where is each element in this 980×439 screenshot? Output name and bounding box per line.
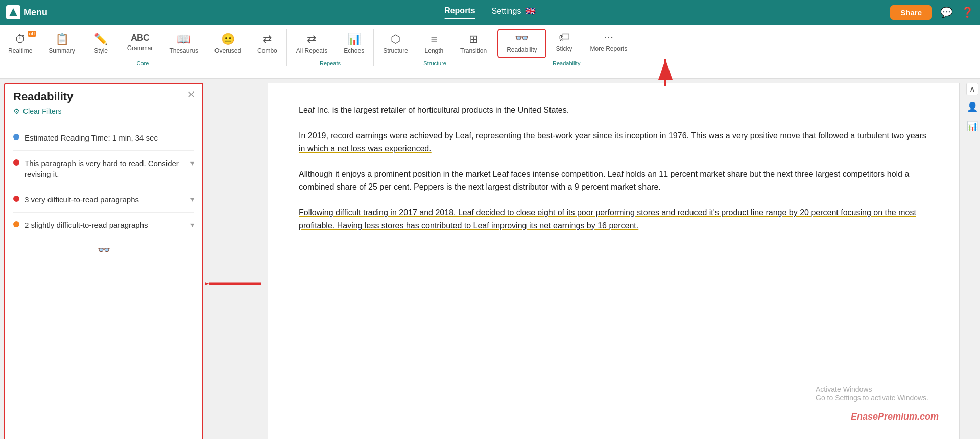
toolbar-length[interactable]: ≡ Length: [416, 31, 452, 58]
core-section-label: Core: [0, 58, 285, 66]
main-content: ✕ Readability ⚙ Clear Filters Estimated …: [0, 79, 980, 439]
chevron-icon-1[interactable]: ▾: [190, 159, 194, 167]
menu-label: Menu: [23, 7, 47, 18]
realtime-icon: ⏱: [15, 33, 26, 46]
sidebar-close-button[interactable]: ✕: [187, 89, 195, 100]
morereports-icon: ···: [604, 31, 613, 44]
up-arrow-annotation: [653, 55, 678, 88]
grammar-icon: ABC: [131, 33, 149, 43]
help-icon[interactable]: ❓: [961, 6, 974, 18]
blue-dot: [13, 134, 19, 140]
length-label: Length: [425, 47, 444, 54]
readability-sidebar: ✕ Readability ⚙ Clear Filters Estimated …: [4, 83, 203, 439]
logo-icon: [6, 5, 20, 19]
toolbar-combo[interactable]: ⇄ Combo: [249, 31, 285, 58]
sticky-label: Sticky: [556, 45, 572, 52]
toolbar-overused[interactable]: 😐 Overused: [206, 31, 249, 58]
summary-label: Summary: [49, 47, 75, 54]
thesaurus-icon: 📖: [177, 33, 190, 46]
sidebar-item-hard-para[interactable]: This paragraph is very hard to read. Con…: [13, 150, 194, 187]
combo-icon: ⇄: [262, 33, 272, 46]
allrepeats-icon: ⇄: [307, 33, 316, 46]
overused-icon: 😐: [221, 33, 235, 46]
orange-dot: [13, 221, 19, 227]
sticky-icon: 🏷: [559, 31, 570, 44]
toolbar-style[interactable]: ✏️ Style: [83, 31, 119, 58]
structure-label: Structure: [383, 47, 408, 54]
reports-tab[interactable]: Reports: [444, 6, 475, 19]
top-nav-right: Share 💬 ❓: [890, 5, 974, 20]
sidebar-title: Readability: [13, 90, 194, 103]
readability-icon: 👓: [515, 32, 529, 45]
toolbar: ⏱ off Realtime 📋 Summary ✏️ Style ABC Gr…: [0, 25, 980, 79]
paragraph-3: Allthough it enjoys a prominent position…: [299, 168, 928, 194]
sidebar-item-reading-time: Estimated Reading Time: 1 min, 34 sec: [13, 125, 194, 150]
toolbar-morereports[interactable]: ··· More Reports: [582, 29, 636, 58]
red-dot-1: [13, 159, 19, 166]
chevron-icon-3[interactable]: ▾: [190, 221, 194, 229]
summary-icon: 📋: [55, 33, 69, 46]
allrepeats-label: All Repeats: [296, 47, 327, 54]
left-arrow-annotation: [203, 120, 264, 439]
windows-watermark: Activate WindowsGo to Settings to activa…: [816, 385, 928, 402]
sidebar-footer: 👓: [13, 238, 194, 262]
filter-icon: ⚙: [13, 107, 20, 115]
toolbar-sep-1: [286, 29, 287, 66]
toolbar-realtime[interactable]: ⏱ off Realtime: [0, 31, 40, 58]
overused-label: Overused: [214, 47, 241, 54]
chevron-icon-2[interactable]: ▾: [190, 195, 194, 203]
chat-icon[interactable]: 💬: [940, 6, 953, 18]
transition-label: Transition: [460, 47, 487, 54]
nav-tabs: Reports Settings 🇬🇧: [444, 6, 536, 19]
toolbar-structure[interactable]: ⬡ Structure: [375, 31, 416, 58]
right-toolbar: ∧ 👤 📊: [964, 79, 980, 439]
readability-section-label: Readability: [497, 58, 635, 66]
readability-label: Readability: [507, 46, 537, 53]
editor-area[interactable]: Leaf Inc. is the largest retailer of hor…: [268, 83, 960, 439]
toolbar-grammar[interactable]: ABC Grammar: [119, 31, 161, 58]
transition-icon: ⊞: [469, 33, 478, 46]
realtime-label: Realtime: [8, 47, 32, 54]
toolbar-section-readability: 👓 Readability 🏷 Sticky ··· More Reports …: [497, 29, 635, 66]
user-icon[interactable]: 👤: [967, 101, 978, 112]
paragraph-4: Following difficult trading in 2017 and …: [299, 206, 928, 232]
style-label: Style: [94, 47, 108, 54]
toolbar-items: ⏱ off Realtime 📋 Summary ✏️ Style ABC Gr…: [0, 29, 980, 78]
clear-filters-button[interactable]: ⚙ Clear Filters: [13, 107, 194, 115]
grammar-label: Grammar: [127, 44, 153, 52]
app-logo[interactable]: Menu: [6, 5, 47, 19]
toolbar-readability[interactable]: 👓 Readability: [497, 29, 546, 58]
morereports-label: More Reports: [590, 45, 628, 52]
thesaurus-label: Thesaurus: [169, 47, 198, 54]
sidebar-item-difficult-paras[interactable]: 3 very difficult-to-read paragraphs ▾: [13, 187, 194, 212]
share-button[interactable]: Share: [890, 5, 932, 20]
echoes-icon: 📊: [347, 33, 361, 46]
settings-tab[interactable]: Settings 🇬🇧: [492, 6, 536, 19]
paragraph-1: Leaf Inc. is the largest retailer of hor…: [299, 104, 928, 117]
toolbar-echoes[interactable]: 📊 Echoes: [336, 31, 372, 58]
off-badge: off: [28, 31, 37, 37]
site-watermark: EnasePremium.com: [851, 411, 939, 422]
echoes-label: Echoes: [344, 47, 364, 54]
toolbar-section-structure: ⬡ Structure ≡ Length ⊞ Transition Struct…: [375, 31, 495, 66]
toolbar-thesaurus[interactable]: 📖 Thesaurus: [161, 31, 206, 58]
length-icon: ≡: [431, 33, 437, 46]
toolbar-summary[interactable]: 📋 Summary: [40, 31, 83, 58]
sidebar-item-slightly-difficult[interactable]: 2 slightly difficult-to-read paragraphs …: [13, 212, 194, 238]
structure-icon: ⬡: [391, 33, 400, 46]
toolbar-sticky[interactable]: 🏷 Sticky: [546, 29, 582, 58]
style-icon: ✏️: [94, 33, 108, 46]
toolbar-sep-2: [373, 29, 374, 66]
paragraph-2: In 2019, record earnings were achieved b…: [299, 129, 928, 155]
toolbar-transition[interactable]: ⊞ Transition: [452, 31, 495, 58]
toolbar-section-core: ⏱ off Realtime 📋 Summary ✏️ Style ABC Gr…: [0, 31, 285, 66]
scroll-up-button[interactable]: ∧: [966, 83, 978, 95]
chart-icon[interactable]: 📊: [967, 121, 978, 132]
readability-footer-icon: 👓: [98, 244, 110, 256]
top-navigation: Menu Reports Settings 🇬🇧 Share 💬 ❓: [0, 0, 980, 25]
structure-section-label: Structure: [375, 58, 495, 66]
repeats-section-label: Repeats: [288, 58, 372, 66]
combo-label: Combo: [257, 47, 277, 54]
toolbar-sep-3: [496, 29, 496, 66]
toolbar-allrepeats[interactable]: ⇄ All Repeats: [288, 31, 336, 58]
